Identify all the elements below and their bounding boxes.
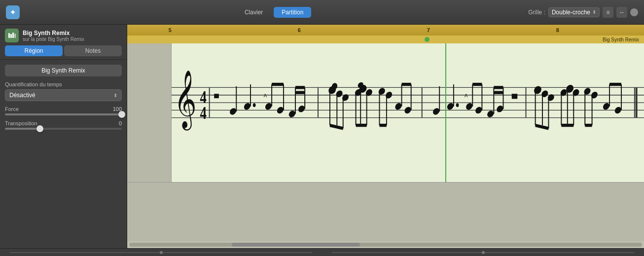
notes-tab[interactable]: Notes — [64, 45, 122, 56]
quantification-value: Désactivé — [9, 92, 36, 99]
svg-rect-3 — [14, 34, 16, 38]
scrollbar-track[interactable] — [129, 243, 642, 247]
bottom-right-dot — [482, 251, 485, 254]
force-slider-track[interactable] — [5, 113, 122, 115]
ruler-mark-6: 6 — [298, 27, 301, 33]
transposition-slider-thumb[interactable] — [36, 125, 43, 132]
toolbar-center: Clavier Partition — [20, 7, 528, 18]
score-gray-left — [127, 43, 172, 182]
svg-point-67 — [475, 106, 483, 114]
svg-point-53 — [394, 102, 402, 111]
ruler-mark-7: 7 — [427, 27, 430, 33]
grille-arrows-icon: ⬍ — [592, 9, 596, 15]
grille-label: Grille : — [528, 9, 545, 16]
list-icon-btn[interactable]: ≡ — [603, 7, 613, 18]
bottom-right-indicator — [332, 252, 634, 253]
svg-text:^: ^ — [264, 92, 267, 102]
force-label: Force — [5, 106, 19, 112]
svg-point-72 — [496, 105, 504, 113]
content-area: 5 6 7 8 Big Synth Remix — [127, 25, 644, 248]
svg-rect-1 — [10, 34, 12, 38]
sidebar-header: Big Synth Remix sur la piste Big Synth R… — [0, 25, 127, 60]
svg-rect-76 — [512, 94, 517, 99]
svg-point-99 — [614, 106, 622, 114]
list-icon: ≡ — [606, 9, 609, 16]
svg-text:𝄞: 𝄞 — [174, 71, 196, 131]
svg-text:4: 4 — [200, 104, 207, 123]
svg-point-63 — [456, 103, 459, 107]
toolbar-right: Grille : Double-croche ⬍ ≡ ↔ — [528, 7, 638, 18]
grille-select[interactable]: Double-croche ⬍ — [548, 7, 600, 17]
bottom-left-indicator — [10, 252, 312, 253]
score-area: 𝄞 4 4 ^ — [127, 43, 644, 182]
quantification-select[interactable]: Désactivé ⬍ — [5, 89, 122, 101]
svg-rect-0 — [8, 33, 10, 38]
svg-line-84 — [536, 125, 549, 128]
scrollbar-thumb[interactable] — [232, 243, 360, 247]
transposition-value: 0 — [119, 120, 122, 126]
ruler-mark-8: 8 — [556, 27, 559, 33]
app-logo: ✦ — [6, 5, 20, 19]
expand-icon: ↔ — [619, 9, 625, 16]
svg-point-16 — [243, 102, 251, 111]
instrument-icon — [7, 31, 16, 40]
track-name: Big Synth Remix — [23, 30, 84, 37]
svg-point-59 — [432, 107, 440, 116]
ruler-mark-5: 5 — [169, 27, 172, 33]
transposition-header: Transposition 0 — [5, 120, 122, 126]
region-tab[interactable]: Région — [5, 45, 63, 56]
sidebar: Big Synth Remix sur la piste Big Synth R… — [0, 25, 127, 248]
svg-text:^: ^ — [465, 92, 468, 102]
track-subtitle: sur la piste Big Synth Remix — [23, 37, 84, 42]
scrollbar-area — [127, 241, 644, 248]
transposition-label: Transposition — [5, 120, 37, 126]
svg-point-55 — [404, 106, 412, 114]
sidebar-body: Big Synth Remix Quantification du temps … — [0, 60, 127, 135]
transposition-section: Transposition 0 — [5, 120, 122, 130]
circle-button[interactable] — [630, 8, 638, 16]
region-name-button[interactable]: Big Synth Remix — [5, 65, 122, 76]
svg-point-27 — [298, 105, 306, 113]
clavier-tab[interactable]: Clavier — [237, 7, 271, 18]
track-icon — [5, 29, 19, 42]
svg-point-14 — [229, 107, 237, 116]
timeline-ruler: 5 6 7 8 — [127, 25, 644, 36]
svg-point-78 — [533, 85, 542, 95]
track-text: Big Synth Remix sur la piste Big Synth R… — [23, 30, 84, 42]
bottom-empty-area — [127, 182, 644, 241]
score-main: 𝄞 4 4 ^ — [172, 43, 644, 182]
expand-icon-btn[interactable]: ↔ — [616, 7, 627, 18]
main-area: Big Synth Remix sur la piste Big Synth R… — [0, 25, 644, 248]
tab-row: Région Notes — [5, 45, 122, 56]
svg-point-20 — [264, 102, 272, 111]
track-region-label: Big Synth Remix — [603, 37, 639, 42]
force-section: Force 100 — [5, 106, 122, 115]
transposition-slider-track[interactable] — [5, 128, 122, 130]
transposition-slider-fill — [5, 128, 40, 130]
svg-point-70 — [487, 110, 495, 118]
quantification-select-row: Désactivé ⬍ — [5, 89, 122, 101]
quantification-label: Quantification du temps — [5, 81, 122, 87]
svg-point-97 — [602, 102, 610, 111]
force-slider-thumb[interactable] — [118, 111, 125, 118]
svg-point-18 — [253, 103, 256, 107]
svg-point-22 — [276, 106, 284, 114]
force-slider-fill — [5, 113, 122, 115]
grille-value: Double-croche — [552, 9, 590, 16]
svg-rect-13 — [214, 94, 219, 98]
svg-line-39 — [330, 125, 343, 128]
playhead-dot-indicator — [425, 37, 429, 42]
music-notation-svg: 𝄞 4 4 ^ — [172, 43, 644, 182]
svg-rect-2 — [12, 33, 14, 38]
svg-point-65 — [465, 102, 473, 111]
playhead-indicator — [425, 37, 429, 42]
toolbar: ✦ Clavier Partition Grille : Double-croc… — [0, 0, 644, 25]
select-arrow-icon: ⬍ — [113, 93, 117, 98]
svg-point-25 — [288, 110, 296, 118]
track-info: Big Synth Remix sur la piste Big Synth R… — [5, 29, 122, 42]
partition-tab[interactable]: Partition — [274, 7, 311, 18]
toolbar-left: ✦ — [6, 5, 20, 19]
quantification-section: Quantification du temps Désactivé ⬍ — [5, 81, 122, 101]
bottom-indicators — [0, 248, 644, 256]
logo-icon: ✦ — [10, 8, 16, 16]
